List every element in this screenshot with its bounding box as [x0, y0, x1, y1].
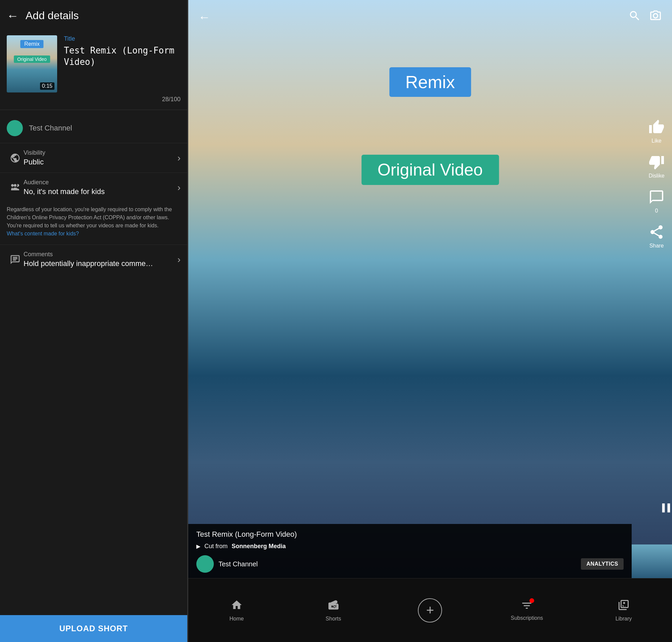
channel-name-bottom: Test Channel: [219, 560, 576, 568]
channel-avatar-bottom: [196, 555, 214, 573]
comment-icon: [7, 254, 24, 265]
next-video-thumbnail[interactable]: ▐▐: [632, 544, 672, 578]
video-detail-section: Remix Original Video 0:15 Title 28/100: [0, 29, 187, 106]
right-back-button[interactable]: ←: [198, 10, 210, 24]
comments-row[interactable]: Comments Hold potentially inappropriate …: [0, 244, 187, 274]
globe-icon: [7, 153, 24, 164]
subscriptions-badge: [521, 600, 533, 613]
video-remix-badge: Remix: [389, 67, 471, 97]
channel-row: Test Channel: [0, 113, 187, 143]
comments-count: 0: [655, 208, 658, 214]
bottom-info: Test Remix (Long-Form Video) ▶ Cut from …: [188, 524, 632, 578]
page-title: Add details: [26, 10, 79, 22]
share-button[interactable]: Share: [647, 223, 666, 249]
coppa-text: Regardless of your location, you're lega…: [0, 202, 187, 244]
dislike-label: Dislike: [648, 173, 664, 179]
share-label: Share: [649, 243, 664, 249]
person-icon: [7, 182, 24, 193]
video-title-display: Test Remix (Long-Form Video): [196, 530, 624, 539]
camera-icon[interactable]: [649, 10, 662, 25]
library-label: Library: [616, 616, 632, 622]
visibility-value: Public: [24, 158, 178, 166]
visibility-row[interactable]: Visibility Public ›: [0, 143, 187, 172]
nav-shorts[interactable]: Shorts: [285, 599, 382, 622]
comments-value: Hold potentially inappropriate comme…: [24, 259, 178, 268]
audience-chevron: ›: [178, 182, 181, 193]
next-video-icon: ▐▐: [660, 503, 670, 512]
nav-library[interactable]: Library: [575, 599, 672, 622]
video-original-badge: Original Video: [361, 155, 499, 185]
like-icon: [647, 118, 666, 137]
divider-1: [0, 110, 187, 110]
cut-from-prefix: Cut from: [204, 543, 228, 550]
back-button[interactable]: ←: [7, 10, 19, 22]
shorts-icon: [327, 599, 339, 614]
char-count: 28/100: [64, 79, 181, 103]
shorts-label: Shorts: [326, 616, 341, 622]
badge-dot: [529, 598, 534, 603]
like-button[interactable]: Like: [647, 118, 666, 144]
left-header: ← Add details: [0, 0, 187, 29]
video-title-input[interactable]: [64, 45, 181, 79]
right-panel: ← Remix Original Video: [188, 0, 672, 642]
channel-row-bottom: Test Channel ANALYTICS: [196, 555, 624, 573]
home-icon: [231, 599, 243, 614]
thumbnail-remix-badge: Remix: [20, 40, 43, 48]
nav-subscriptions[interactable]: Subscriptions: [478, 600, 575, 621]
comments-button[interactable]: 0: [647, 188, 666, 214]
right-header: ←: [188, 0, 672, 34]
add-icon[interactable]: +: [418, 598, 442, 622]
subscriptions-label: Subscriptions: [511, 615, 543, 621]
share-icon: [647, 223, 666, 242]
audience-value: No, it's not made for kids: [24, 187, 178, 196]
coppa-link[interactable]: What's content made for kids?: [7, 231, 79, 236]
comments-content: Comments Hold potentially inappropriate …: [24, 251, 178, 268]
visibility-label: Visibility: [24, 149, 178, 156]
search-icon[interactable]: [628, 10, 641, 25]
comments-chevron: ›: [178, 254, 181, 265]
bottom-nav: Home Shorts + Subscriptions: [188, 578, 672, 642]
video-title-section: Title 28/100: [64, 35, 181, 103]
dislike-icon: [647, 153, 666, 171]
library-icon: [618, 599, 630, 614]
thumbnail-duration: 0:15: [40, 82, 54, 90]
nav-home[interactable]: Home: [188, 599, 285, 622]
play-icon: ▶: [196, 543, 201, 550]
left-panel: ← Add details Remix Original Video 0:15 …: [0, 0, 188, 642]
audience-label: Audience: [24, 179, 178, 186]
nav-add[interactable]: +: [382, 598, 479, 622]
cut-from-channel: Sonnenberg Media: [232, 543, 286, 550]
cut-from-row[interactable]: ▶ Cut from Sonnenberg Media: [196, 543, 624, 550]
comments-label: Comments: [24, 251, 178, 258]
title-label: Title: [64, 35, 181, 42]
analytics-button[interactable]: ANALYTICS: [581, 558, 624, 570]
home-label: Home: [230, 616, 244, 622]
audience-content: Audience No, it's not made for kids: [24, 179, 178, 196]
thumbnail-original-badge: Original Video: [14, 55, 50, 63]
dislike-button[interactable]: Dislike: [647, 153, 666, 179]
channel-avatar: [7, 120, 23, 136]
upload-short-button[interactable]: UPLOAD SHORT: [0, 615, 187, 642]
visibility-chevron: ›: [178, 153, 181, 164]
visibility-content: Visibility Public: [24, 149, 178, 166]
audience-row[interactable]: Audience No, it's not made for kids ›: [0, 172, 187, 202]
right-actions: Like Dislike 0: [647, 118, 666, 249]
video-content: Remix Original Video: [188, 0, 672, 578]
right-header-icons: [628, 10, 662, 25]
video-thumbnail: Remix Original Video 0:15: [7, 35, 57, 92]
like-label: Like: [651, 138, 661, 144]
comments-action-icon: [647, 188, 666, 206]
channel-name: Test Channel: [29, 124, 72, 132]
